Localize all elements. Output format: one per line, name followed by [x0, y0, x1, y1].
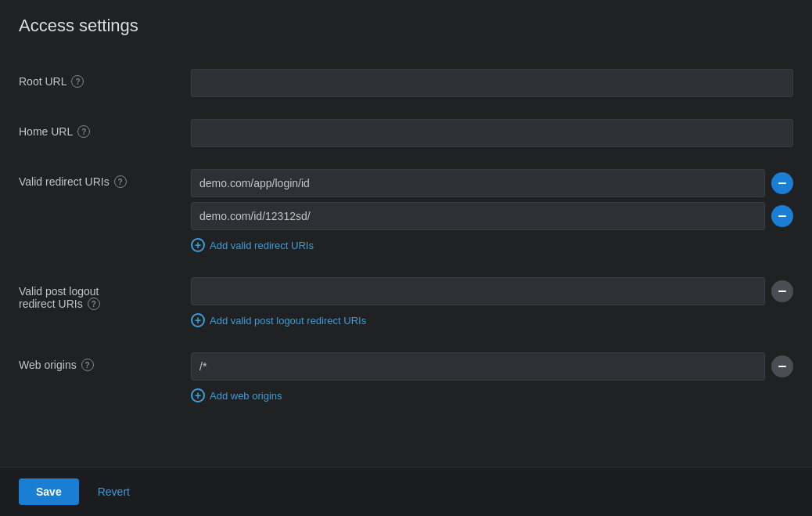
page-title: Access settings — [19, 16, 793, 36]
revert-button[interactable]: Revert — [92, 478, 136, 505]
web-origin-entry-0 — [191, 352, 793, 381]
root-url-input[interactable] — [191, 69, 793, 97]
add-post-logout-uri-label: Add valid post logout redirect URIs — [210, 315, 366, 327]
home-url-label-col: Home URL ? — [19, 119, 191, 138]
add-post-logout-uri-icon: + — [191, 313, 205, 327]
remove-redirect-uri-0-button[interactable] — [771, 172, 793, 194]
access-settings-form: Root URL ? Home URL ? Valid redirect URI… — [19, 58, 793, 417]
add-redirect-uri-button[interactable]: + Add valid redirect URIs — [191, 235, 314, 255]
redirect-uri-entry-0 — [191, 169, 793, 197]
root-url-content — [191, 69, 793, 97]
web-origins-help-icon[interactable]: ? — [81, 359, 94, 371]
svg-rect-2 — [778, 290, 786, 292]
valid-redirect-uris-help-icon[interactable]: ? — [114, 175, 127, 188]
valid-post-logout-help-icon[interactable]: ? — [88, 298, 100, 310]
svg-rect-0 — [778, 182, 786, 184]
svg-rect-3 — [778, 366, 786, 367]
root-url-label: Root URL — [19, 75, 66, 88]
save-button[interactable]: Save — [19, 478, 79, 505]
remove-web-origin-0-button[interactable] — [771, 355, 793, 377]
post-logout-uri-input-0[interactable] — [191, 277, 765, 305]
home-url-content — [191, 119, 793, 147]
svg-rect-1 — [778, 215, 786, 217]
home-url-input[interactable] — [191, 119, 793, 147]
web-origins-label-col: Web origins ? — [19, 352, 191, 371]
home-url-input-row — [191, 119, 793, 147]
valid-redirect-uris-label-col: Valid redirect URIs ? — [19, 169, 191, 188]
home-url-help-icon[interactable]: ? — [77, 125, 90, 138]
root-url-label-col: Root URL ? — [19, 69, 191, 88]
add-post-logout-uri-button[interactable]: + Add valid post logout redirect URIs — [191, 310, 366, 330]
add-web-origin-button[interactable]: + Add web origins — [191, 385, 282, 406]
redirect-uri-input-0[interactable] — [191, 169, 765, 197]
home-url-row: Home URL ? — [19, 108, 793, 158]
redirect-uri-entry-1 — [191, 202, 793, 230]
valid-redirect-uris-row: Valid redirect URIs ? — [19, 158, 793, 266]
redirect-uri-input-1[interactable] — [191, 202, 765, 230]
add-redirect-uri-icon: + — [191, 238, 205, 252]
root-url-row: Root URL ? — [19, 58, 793, 108]
valid-post-logout-label-line1: Valid post logout — [19, 285, 99, 298]
add-web-origin-label: Add web origins — [210, 390, 282, 402]
root-url-help-icon[interactable]: ? — [71, 75, 84, 88]
valid-post-logout-label-multiline: Valid post logout redirect URIs ? — [19, 285, 100, 310]
valid-post-logout-label-col: Valid post logout redirect URIs ? — [19, 277, 191, 310]
web-origin-input-0[interactable] — [191, 352, 765, 381]
valid-redirect-uris-content: + Add valid redirect URIs — [191, 169, 793, 255]
web-origins-label: Web origins — [19, 359, 77, 371]
web-origins-content: + Add web origins — [191, 352, 793, 406]
valid-redirect-uris-label: Valid redirect URIs — [19, 175, 110, 188]
remove-post-logout-uri-0-button[interactable] — [771, 280, 793, 302]
add-web-origin-icon: + — [191, 388, 205, 402]
footer-bar: Save Revert — [0, 467, 812, 516]
remove-redirect-uri-1-button[interactable] — [771, 205, 793, 227]
valid-post-logout-content: + Add valid post logout redirect URIs — [191, 277, 793, 330]
valid-post-logout-row: Valid post logout redirect URIs ? + Add … — [19, 266, 793, 341]
root-url-input-row — [191, 69, 793, 97]
add-redirect-uri-label: Add valid redirect URIs — [210, 240, 314, 251]
valid-post-logout-label-line2: redirect URIs — [19, 298, 83, 310]
home-url-label: Home URL — [19, 125, 73, 138]
web-origins-row: Web origins ? + Add web origins — [19, 341, 793, 417]
post-logout-uri-entry-0 — [191, 277, 793, 305]
